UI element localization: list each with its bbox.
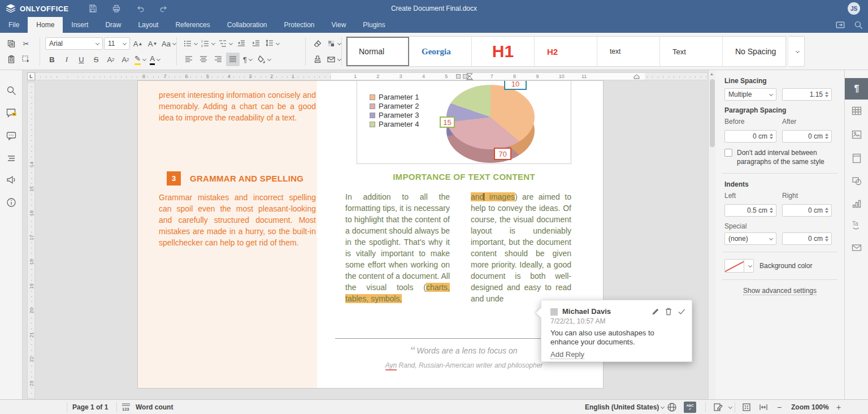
column-marker[interactable] [456, 74, 461, 79]
zoom-in-button[interactable]: + [836, 403, 841, 412]
table-settings-icon[interactable] [851, 105, 862, 117]
page-indicator[interactable]: Page 1 of 1 [72, 403, 108, 411]
fit-page-icon[interactable] [741, 402, 752, 412]
increase-indent-button[interactable] [249, 37, 263, 50]
tab-collaboration[interactable]: Collaboration [219, 17, 276, 33]
edit-comment-icon[interactable] [651, 307, 660, 316]
copy-button[interactable] [5, 37, 18, 50]
show-advanced-settings-link[interactable]: Show advanced settings [724, 287, 835, 295]
tab-references[interactable]: References [167, 17, 218, 33]
tab-layout[interactable]: Layout [129, 17, 167, 33]
decrease-indent-button[interactable] [235, 37, 248, 50]
chart-settings-icon[interactable] [851, 198, 862, 209]
navigation-icon[interactable] [6, 153, 17, 164]
search-button[interactable] [853, 20, 863, 30]
select-all-button[interactable] [19, 53, 33, 66]
language-selector[interactable]: English (United States) [585, 403, 664, 411]
mail-merge-button[interactable] [326, 53, 342, 66]
paragraph-orange-1[interactable]: present interesting information concisel… [159, 89, 316, 123]
right-indent-marker[interactable] [633, 74, 640, 79]
resolve-comment-icon[interactable] [677, 307, 686, 316]
undo-button[interactable] [136, 4, 145, 13]
vertical-scrollbar[interactable]: ▲ [708, 70, 715, 399]
color-scheme-button[interactable] [326, 37, 342, 50]
pie-chart-object[interactable]: Parameter 1 Parameter 2 Parameter 3 Para… [357, 80, 571, 164]
set-language-globe-icon[interactable] [667, 402, 677, 412]
decrease-font-button[interactable]: A▼ [146, 37, 159, 50]
indent-left-input[interactable]: 0.5 cm [724, 204, 776, 217]
vertical-ruler[interactable]: 14151617181920212223242526 [27, 82, 35, 399]
indent-right-input[interactable]: 0 cm [782, 204, 832, 217]
chat-icon[interactable] [6, 130, 17, 141]
shape-settings-icon[interactable] [851, 175, 862, 187]
interval-checkbox[interactable] [724, 149, 732, 157]
style-text-small[interactable]: text [597, 37, 660, 66]
spell-check-toggle[interactable]: ABC✓ [684, 402, 696, 413]
document-canvas[interactable]: L 87654321 1234567891011 141516171819202… [23, 70, 708, 399]
delete-comment-icon[interactable] [664, 307, 673, 316]
paste-button[interactable] [5, 53, 18, 66]
line-spacing-select[interactable]: Multiple [724, 88, 776, 101]
save-button[interactable] [88, 4, 97, 13]
highlight-color-button[interactable]: ✎ [133, 53, 147, 66]
section-number-badge[interactable]: 3 [167, 171, 181, 186]
feedback-icon[interactable] [6, 174, 17, 186]
nonprinting-characters-button[interactable]: ¶ [241, 53, 254, 66]
paragraph-orange-2[interactable]: Grammar mistakes and incorrect spelling … [159, 192, 316, 248]
comments-icon[interactable] [6, 107, 17, 119]
numbered-list-button[interactable]: 12 [199, 37, 216, 50]
style-normal[interactable]: Normal [346, 37, 409, 66]
zoom-out-button[interactable]: − [777, 403, 782, 412]
redo-button[interactable] [159, 4, 168, 13]
tab-insert[interactable]: Insert [63, 17, 97, 33]
tab-stop-selector[interactable]: L [27, 72, 35, 80]
style-h1[interactable]: H1 [472, 37, 535, 66]
align-justify-button[interactable] [226, 53, 240, 66]
open-file-location-button[interactable] [835, 20, 845, 30]
multilevel-list-button[interactable] [217, 37, 233, 50]
underline-button[interactable]: U [75, 53, 88, 66]
increase-font-button[interactable]: A▲ [131, 37, 145, 50]
add-reply-link[interactable]: Add Reply [550, 350, 584, 359]
special-amount-input[interactable]: 0 cm [782, 232, 832, 245]
font-name-select[interactable]: Arial [45, 37, 103, 50]
image-settings-icon[interactable] [851, 129, 862, 140]
align-right-button[interactable] [211, 53, 225, 66]
text-column-left[interactable]: In addition to all the formatting tips, … [345, 191, 450, 304]
user-avatar[interactable]: JS [848, 2, 860, 15]
italic-button[interactable]: I [60, 53, 73, 66]
superscript-button[interactable]: A2 [104, 53, 118, 66]
style-no-spacing[interactable]: No Spacing [723, 37, 785, 66]
tab-plugins[interactable]: Plugins [354, 17, 393, 33]
tab-view[interactable]: View [323, 17, 355, 33]
shading-button[interactable] [255, 53, 272, 66]
subscript-button[interactable]: A2 [119, 53, 132, 66]
tab-file[interactable]: File [0, 17, 28, 33]
find-icon[interactable] [6, 85, 17, 96]
spacing-before-input[interactable]: 0 cm [724, 130, 776, 143]
content-heading[interactable]: IMPORTANCE OF TEXT CONTENT [335, 172, 593, 182]
format-painter-button[interactable] [311, 53, 324, 66]
horizontal-ruler[interactable]: 87654321 1234567891011 [35, 72, 708, 80]
text-column-right[interactable]: and images) are aimed to help to convey … [471, 191, 571, 304]
document-page[interactable]: present interesting information concisel… [137, 80, 604, 389]
clear-style-button[interactable] [311, 37, 324, 50]
spacing-after-input[interactable]: 0 cm [782, 130, 832, 143]
about-icon[interactable] [6, 197, 17, 208]
strikethrough-button[interactable]: S [89, 53, 103, 66]
font-size-select[interactable]: 11 [104, 37, 130, 50]
change-case-button[interactable]: Aa [160, 37, 177, 50]
paragraph-settings-icon[interactable]: ¶ [845, 78, 868, 100]
word-count-button[interactable]: Word count [136, 403, 173, 411]
tab-draw[interactable]: Draw [97, 17, 129, 33]
style-h2[interactable]: H2 [535, 37, 597, 66]
mail-merge-settings-icon[interactable] [851, 242, 862, 253]
align-center-button[interactable] [197, 53, 210, 66]
track-changes-chevron[interactable] [728, 405, 732, 409]
scroll-up-arrow[interactable]: ▲ [710, 72, 714, 76]
line-spacing-button[interactable] [264, 37, 280, 50]
tab-home[interactable]: Home [28, 17, 63, 33]
section-heading[interactable]: GRAMMAR AND SPELLING [190, 174, 303, 183]
cut-icon[interactable]: ✂ [19, 37, 33, 50]
scrollbar-thumb[interactable] [710, 79, 715, 147]
